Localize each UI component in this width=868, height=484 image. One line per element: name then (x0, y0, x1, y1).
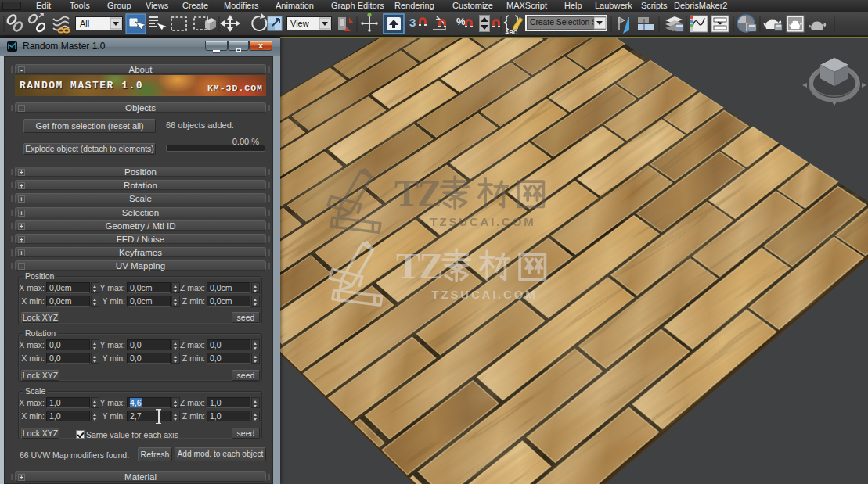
svg-text:View: View (290, 19, 309, 28)
svg-text:%: % (456, 16, 466, 27)
svg-text:TZ: TZ (394, 173, 441, 213)
svg-text:TZ: TZ (396, 246, 442, 286)
svg-text:3: 3 (409, 16, 416, 29)
svg-text:All: All (80, 19, 89, 28)
svg-text:TZSUCAI.COM: TZSUCAI.COM (432, 288, 538, 301)
svg-text:ABC: ABC (505, 29, 518, 36)
svg-text:TZSUCAI.COM: TZSUCAI.COM (430, 215, 536, 228)
svg-text:Create Selection Se: Create Selection Se (530, 18, 602, 27)
